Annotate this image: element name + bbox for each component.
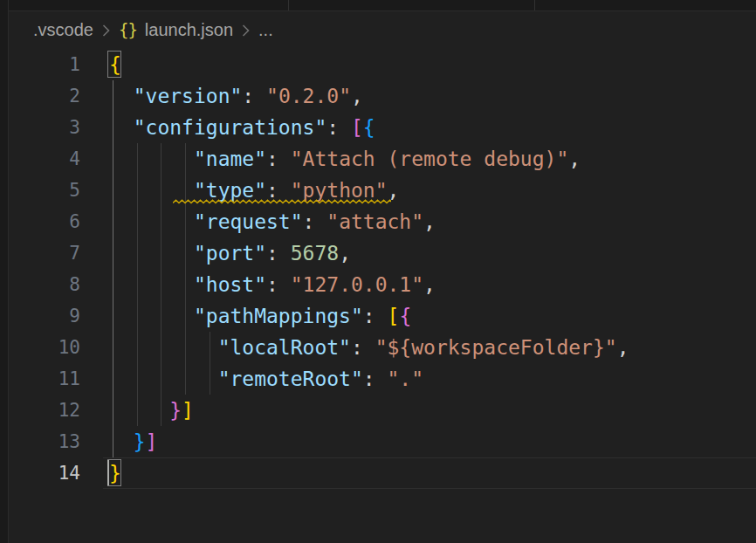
code-line-content[interactable]: } — [109, 457, 756, 489]
line-number[interactable]: 11 — [0, 363, 80, 395]
code-line-content[interactable]: "type": "python", — [109, 175, 756, 206]
line-number[interactable]: 10 — [0, 332, 80, 363]
code-text: "pathMappings": [{ — [109, 305, 411, 327]
breadcrumb-folder[interactable]: .vscode — [33, 20, 93, 40]
code-text: "configurations": [{ — [109, 116, 375, 139]
code-line-content[interactable]: }] — [109, 395, 756, 426]
code-text: "name": "Attach (remote debug)", — [109, 148, 581, 170]
breadcrumb-file[interactable]: launch.json — [145, 20, 233, 40]
code-text: }] — [109, 399, 194, 422]
code-line-content[interactable]: "request": "attach", — [109, 206, 756, 237]
code-text: "version": "0.2.0", — [109, 85, 363, 107]
code-text: "port": 5678, — [109, 242, 351, 265]
code-line[interactable]: 8 "host": "127.0.0.1", — [0, 269, 756, 300]
code-line-content[interactable]: "host": "127.0.0.1", — [109, 269, 756, 300]
breadcrumb: .vscode {} launch.json ... — [33, 11, 273, 49]
code-text: "request": "attach", — [109, 210, 436, 233]
line-number[interactable]: 6 — [0, 206, 80, 237]
code-line-content[interactable]: }] — [109, 426, 756, 457]
code-line-content[interactable]: "name": "Attach (remote debug)", — [109, 143, 756, 175]
code-line[interactable]: 11 "remoteRoot": "." — [0, 363, 756, 395]
code-line[interactable]: 3 "configurations": [{ — [0, 112, 756, 143]
code-text: "localRoot": "${workspaceFolder}", — [109, 336, 629, 359]
code-line-content[interactable]: "pathMappings": [{ — [109, 300, 756, 332]
code-line[interactable]: 12 }] — [0, 395, 756, 426]
line-number[interactable]: 5 — [0, 175, 80, 206]
breadcrumb-symbol-path[interactable]: ... — [258, 20, 273, 40]
text-cursor — [107, 460, 109, 485]
code-line[interactable]: 1{ — [0, 49, 756, 80]
code-line-content[interactable]: "remoteRoot": "." — [109, 363, 756, 395]
code-line[interactable]: 9 "pathMappings": [{ — [0, 300, 756, 332]
line-number[interactable]: 8 — [0, 269, 80, 300]
code-text: "host": "127.0.0.1", — [109, 273, 436, 296]
code-line[interactable]: 5 "type": "python", — [0, 175, 756, 206]
code-line[interactable]: 6 "request": "attach", — [0, 206, 756, 237]
tab-bar-bottom-edge — [9, 0, 756, 11]
code-text: { — [109, 53, 121, 76]
code-line[interactable]: 14} — [0, 457, 756, 489]
warning-squiggle — [173, 199, 390, 205]
code-line[interactable]: 2 "version": "0.2.0", — [0, 80, 756, 112]
tab-separator — [534, 0, 535, 10]
code-line[interactable]: 4 "name": "Attach (remote debug)", — [0, 143, 756, 175]
code-text: }] — [109, 430, 157, 453]
json-file-icon: {} — [119, 20, 137, 39]
code-line-content[interactable]: "port": 5678, — [109, 237, 756, 269]
line-number[interactable]: 12 — [0, 395, 80, 426]
code-line[interactable]: 13 }] — [0, 426, 756, 457]
code-line[interactable]: 10 "localRoot": "${workspaceFolder}", — [0, 332, 756, 363]
code-text: "remoteRoot": "." — [109, 368, 423, 390]
code-line-content[interactable]: "localRoot": "${workspaceFolder}", — [109, 332, 756, 363]
line-number[interactable]: 2 — [0, 80, 80, 112]
code-line-content[interactable]: { — [109, 49, 756, 80]
line-number[interactable]: 14 — [0, 457, 80, 489]
tab-separator — [288, 0, 289, 10]
line-number[interactable]: 7 — [0, 237, 80, 269]
line-number[interactable]: 1 — [0, 49, 80, 80]
code-line-content[interactable]: "version": "0.2.0", — [109, 80, 756, 112]
chevron-right-icon — [101, 23, 111, 38]
code-editor[interactable]: 1{2 "version": "0.2.0",3 "configurations… — [0, 49, 756, 489]
line-number[interactable]: 4 — [0, 143, 80, 175]
line-number[interactable]: 13 — [0, 426, 80, 457]
line-number[interactable]: 3 — [0, 112, 80, 143]
line-number[interactable]: 9 — [0, 300, 80, 332]
vscode-editor-window: .vscode {} launch.json ... 1{2 "version"… — [0, 0, 756, 543]
code-line[interactable]: 7 "port": 5678, — [0, 237, 756, 269]
code-text: } — [109, 462, 121, 485]
chevron-right-icon — [241, 23, 251, 38]
code-line-content[interactable]: "configurations": [{ — [109, 112, 756, 143]
